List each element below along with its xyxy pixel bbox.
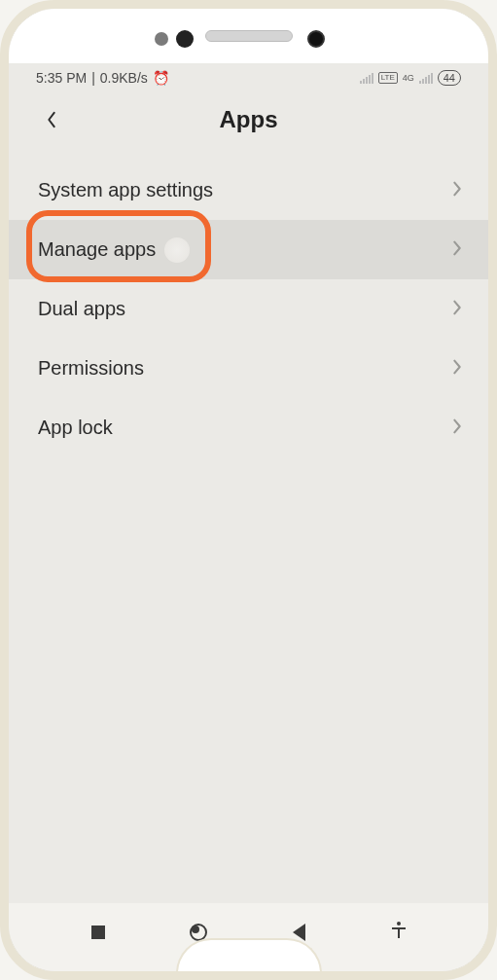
list-item-app-lock[interactable]: App lock	[9, 398, 488, 457]
alarm-icon: ⏰	[153, 70, 169, 86]
battery-indicator: 44	[438, 70, 461, 86]
header: Apps	[9, 92, 488, 147]
status-time: 5:35 PM	[36, 70, 87, 86]
svg-point-0	[397, 922, 401, 926]
signal-bars-2-icon	[419, 73, 433, 84]
square-icon	[91, 926, 105, 939]
status-left: 5:35 PM | 0.9KB/s ⏰	[36, 70, 169, 86]
list-item-label: App lock	[38, 417, 113, 439]
list-item-dual-apps[interactable]: Dual apps	[9, 279, 488, 339]
list-item-manage-apps[interactable]: Manage apps	[9, 220, 488, 279]
sensor-dot-icon	[176, 30, 194, 48]
speaker-grille-icon	[205, 30, 293, 42]
status-net-speed: 0.9KB/s	[100, 70, 148, 86]
lte-badge: LTE	[378, 72, 398, 84]
list-item-permissions[interactable]: Permissions	[9, 339, 488, 398]
phone-home-button-cutout	[176, 938, 322, 971]
chevron-left-icon	[46, 111, 57, 128]
chevron-right-icon	[451, 358, 463, 380]
nav-recent-button[interactable]	[75, 909, 122, 956]
signal-bars-icon	[360, 73, 373, 84]
svg-rect-2	[398, 927, 400, 938]
list-item-label: Dual apps	[38, 298, 125, 320]
status-right: LTE 4G 44	[360, 70, 461, 86]
touch-ripple-icon	[164, 237, 190, 263]
front-camera-icon	[307, 30, 325, 48]
screen: 5:35 PM | 0.9KB/s ⏰ LTE 4G 44 Apps	[9, 9, 488, 971]
status-divider: |	[91, 70, 95, 86]
list-item-label: Permissions	[38, 357, 144, 380]
list-item-label: System app settings	[38, 179, 213, 201]
chevron-right-icon	[451, 417, 463, 439]
nav-accessibility-button[interactable]	[375, 909, 422, 956]
accessibility-icon	[390, 921, 408, 945]
page-title: Apps	[220, 106, 278, 133]
list-item-system-app-settings[interactable]: System app settings	[9, 161, 488, 220]
phone-hardware-top	[9, 9, 488, 63]
back-button[interactable]	[34, 102, 69, 137]
proximity-sensor-icon	[155, 32, 168, 46]
settings-list: System app settings Manage apps Dual app…	[9, 161, 488, 457]
network-4g-label: 4G	[403, 74, 414, 83]
list-item-label: Manage apps	[38, 238, 156, 261]
chevron-right-icon	[451, 299, 463, 320]
chevron-right-icon	[451, 180, 463, 201]
chevron-right-icon	[451, 239, 463, 261]
status-bar: 5:35 PM | 0.9KB/s ⏰ LTE 4G 44	[9, 63, 488, 92]
